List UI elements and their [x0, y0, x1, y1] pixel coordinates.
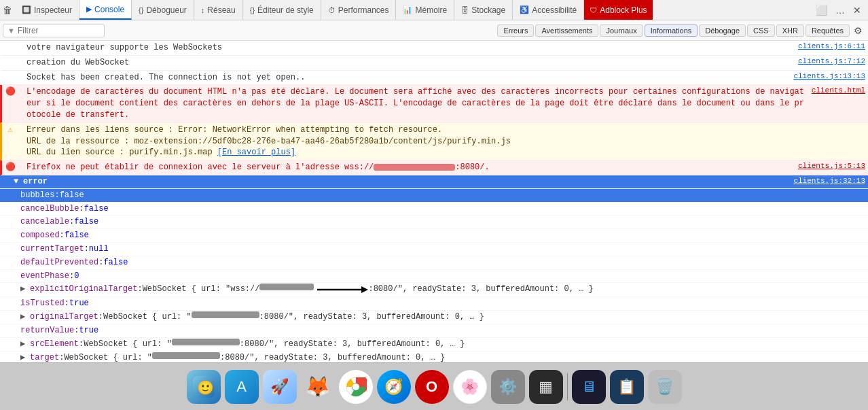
more-button[interactable]: … — [833, 3, 848, 17]
obj-prop-returnValue: returnValue : true — [0, 324, 868, 338]
tab-style[interactable]: {} Éditeur de style — [243, 0, 321, 20]
prop-key-target: target — [30, 352, 59, 362]
console-row-websocket-create: creation du WebSocket clients.js:7:12 — [0, 56, 868, 71]
prop-sep-13: : — [59, 352, 64, 362]
obj-row-header[interactable]: ▼ error clients.js:32:13 — [0, 175, 868, 189]
tab-network-label: Réseau — [207, 5, 235, 15]
dock-app-remote[interactable]: 📋 — [610, 370, 644, 404]
filter-debug-btn[interactable]: Débogage — [699, 24, 746, 37]
prop-sep-6: : — [98, 257, 103, 269]
prop-val-returnValue: true — [79, 325, 98, 337]
dock-app-launchpad[interactable]: 🚀 — [263, 370, 297, 404]
dock-app-opera[interactable]: O — [415, 370, 449, 404]
row-source-4[interactable]: clients.html — [806, 86, 865, 95]
obj-prop-cancelable: cancelable : false — [0, 216, 868, 229]
dock-app-screens[interactable]: 🖥 — [572, 370, 606, 404]
dock-app-squash[interactable]: ▦ — [529, 370, 563, 404]
prop-key-explicitOriginalTarget: explicitOriginalTarget — [30, 284, 137, 295]
tab-network[interactable]: ↕ Réseau — [194, 0, 243, 20]
tab-console-label: Console — [94, 5, 124, 14]
row-source-1[interactable]: clients.js:6:11 — [793, 42, 865, 50]
dock-app-trash[interactable]: 🗑️ — [648, 370, 682, 404]
prop-key-bubbles: bubbles — [20, 190, 54, 201]
prop-sep-12: : — [79, 339, 84, 350]
dock-app-finder[interactable]: 🙂 — [187, 370, 221, 404]
filter-info-btn[interactable]: Informations — [645, 24, 698, 37]
prop-key-srcElement: srcElement — [30, 339, 79, 350]
toolbar-end: ⬜ … ✕ — [813, 3, 868, 17]
obj-tree: bubbles : false cancelBubble : false can… — [0, 189, 868, 362]
obj-collapse-icon[interactable]: ▼ — [14, 176, 22, 188]
console-row-websocket-support: votre navigateur supporte les WebSockets… — [0, 41, 868, 56]
prop-sep-7: : — [69, 271, 74, 282]
tab-perf[interactable]: ⏱ Performances — [321, 0, 397, 20]
dock-app-syspref[interactable]: ⚙️ — [491, 370, 525, 404]
blurred-url-2 — [192, 311, 259, 318]
tab-console[interactable]: ▶ Console — [79, 0, 132, 20]
prop-sep-8: : — [137, 284, 142, 295]
tab-debugger[interactable]: {} Débogueur — [132, 0, 194, 20]
filter-xhr-btn[interactable]: XHR — [776, 24, 804, 37]
prop-val-explicitOriginalTarget: WebSocket { url: "wss:// — [143, 284, 260, 295]
row-source-2[interactable]: clients.js:7:12 — [793, 57, 865, 65]
row-source-6[interactable]: clients.js:5:13 — [793, 162, 865, 170]
dock-app-appstore[interactable]: A — [225, 370, 259, 404]
prop-sep-4: : — [60, 230, 65, 241]
warn-line-1: Erreur dans les liens source : Error: Ne… — [26, 124, 865, 136]
tab-a11y[interactable]: ♿ Accessibilité — [513, 0, 584, 20]
prop-sep-bubbles: : — [54, 190, 59, 201]
tab-debugger-label: Débogueur — [146, 5, 186, 15]
tab-storage-label: Stockage — [471, 5, 505, 15]
dock-app-safari[interactable]: 🧭 — [377, 370, 411, 404]
blurred-url-3 — [172, 339, 240, 345]
tab-memory[interactable]: 📊 Mémoire — [396, 0, 454, 20]
expand-originalTarget[interactable]: ▶ — [20, 311, 29, 323]
tab-adblock[interactable]: 🛡 Adblock Plus — [584, 0, 652, 20]
obj-prop-isTrusted: isTrusted : true — [0, 297, 868, 311]
row-source-3[interactable]: clients.js:13:13 — [788, 72, 865, 80]
obj-prop-bubbles: bubbles : false — [0, 189, 868, 203]
warn-line-3: URL du lien source : purify.min.js.map [… — [26, 147, 865, 158]
dock-app-photos[interactable]: 🌸 — [453, 370, 487, 404]
filter-css-btn[interactable]: CSS — [747, 24, 775, 37]
tab-style-label: Éditeur de style — [257, 5, 314, 15]
inspector-icon: 🔲 — [22, 5, 31, 14]
expand-target[interactable]: ▶ — [20, 352, 29, 362]
error-icon-2: 🔴 — [5, 162, 16, 172]
expand-srcElement[interactable]: ▶ — [20, 339, 29, 350]
tab-perf-label: Performances — [338, 5, 389, 15]
filter-errors-btn[interactable]: Erreurs — [497, 24, 534, 37]
chrome-icon — [345, 376, 367, 398]
learn-more-link[interactable]: [En savoir plus] — [217, 148, 295, 157]
console-settings-btn[interactable]: ⚙ — [851, 24, 865, 37]
dock-button[interactable]: ⬜ — [813, 3, 830, 17]
prop-val-target: WebSocket { url: " — [64, 352, 152, 362]
prop-key-composed: composed — [20, 230, 60, 241]
close-devtools-button[interactable]: ✕ — [850, 3, 864, 17]
prop-key-cancelBubble: cancelBubble — [20, 203, 79, 215]
obj-prop-target: ▶ target : WebSocket { url: " :8080/", r… — [0, 352, 868, 362]
launchpad-icon: 🚀 — [270, 378, 289, 396]
prop-val-eventPhase: 0 — [74, 271, 79, 282]
warn-line-2: URL de la ressource : moz-extension://5d… — [26, 136, 865, 148]
filter-warnings-btn[interactable]: Avertissements — [535, 24, 598, 37]
warn-icon-1: ⚠ — [5, 124, 16, 135]
tab-storage[interactable]: 🗄 Stockage — [454, 0, 513, 20]
filter-box: ▼ — [3, 24, 105, 37]
filter-input[interactable] — [18, 26, 100, 35]
prop-val-suffix-3: :8080/", readyState: 3, bufferedAmount: … — [240, 339, 465, 350]
dock-app-firefox[interactable]: 🦊 — [301, 370, 335, 404]
tab-inspector[interactable]: 🔲 Inspecteur — [15, 0, 79, 20]
filter-requests-btn[interactable]: Requêtes — [806, 24, 850, 37]
dock-app-chrome[interactable] — [339, 370, 373, 404]
prop-val-srcElement: WebSocket { url: " — [84, 339, 172, 350]
obj-prop-eventPhase: eventPhase : 0 — [0, 270, 868, 284]
obj-header-source[interactable]: clients.js:32:13 — [793, 176, 865, 186]
trash-button[interactable]: 🗑 — [0, 3, 15, 17]
expand-explicitOriginalTarget[interactable]: ▶ — [20, 284, 29, 295]
tab-adblock-label: Adblock Plus — [600, 5, 647, 15]
svg-marker-1 — [361, 286, 368, 293]
squash-icon: ▦ — [539, 378, 553, 396]
filter-logs-btn[interactable]: Journaux — [600, 24, 643, 37]
prop-val-suffix-2: :8080/", readyState: 3, bufferedAmount: … — [259, 311, 484, 323]
